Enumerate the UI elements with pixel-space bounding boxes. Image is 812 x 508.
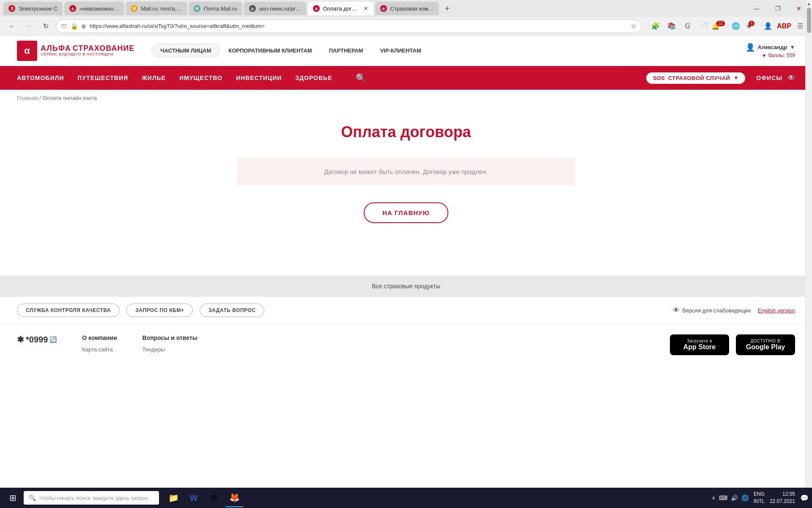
new-tab-button[interactable]: +: [441, 2, 454, 15]
breadcrumb-separator: /: [39, 95, 41, 101]
english-version-link[interactable]: English version: [758, 307, 795, 314]
ask-question-button[interactable]: ЗАДАТЬ ВОПРОС: [200, 304, 264, 317]
scroll-up-arrow[interactable]: ▲: [806, 0, 812, 7]
nav-invest[interactable]: ИНВЕСТИЦИИ: [236, 75, 282, 81]
logo-sub: СЕРВИС БУДУЩЕГО В НАСТОЯЩЕМ: [41, 52, 134, 57]
footer-col-company-title: О компании: [82, 334, 117, 341]
offices-button[interactable]: ОФИСЫ: [756, 75, 782, 81]
header-right: 👤 Александр ▼ ✦ баллы: 559: [746, 43, 795, 59]
tab-2[interactable]: а «невозможно…: [64, 2, 124, 15]
scroll-thumb[interactable]: [807, 8, 811, 33]
tab-2-label: «невозможно…: [80, 6, 119, 12]
sos-button[interactable]: SOS СТРАХОВОЙ СЛУЧАЙ ▼: [645, 72, 746, 85]
tab-6-close[interactable]: ✕: [363, 5, 368, 12]
adblock-icon[interactable]: АВР: [777, 19, 791, 33]
logo[interactable]: α АЛЬФА СТРАХОВАНИЕ СЕРВИС БУДУЩЕГО В НА…: [17, 41, 134, 61]
home-button[interactable]: НА ГЛАВНУЮ: [364, 202, 448, 223]
user-info[interactable]: 👤 Александр ▼: [746, 43, 795, 52]
nav-corporate[interactable]: КОРПОРАТИВНЫМ КЛИЕНТАМ: [220, 44, 320, 57]
tab-7[interactable]: α Страховая ком…: [375, 2, 439, 15]
volume-icon[interactable]: 🔊: [731, 494, 738, 501]
accessibility-icon[interactable]: 👁: [787, 74, 795, 83]
profile-icon[interactable]: 👤: [761, 19, 775, 33]
taskbar-word[interactable]: W: [184, 489, 203, 507]
network-icon[interactable]: 🌐: [741, 494, 749, 501]
addon-icon[interactable]: ★6: [745, 19, 759, 33]
points-icon: ✦: [762, 52, 767, 59]
vpn-icon[interactable]: 🌐: [729, 19, 743, 33]
notification-icon[interactable]: 🔔32: [713, 19, 727, 33]
firefox-icon: 🦊: [229, 492, 240, 502]
toolbar-icons: 🧩 📚 G 📄 🔔32 🌐 ★6 👤 АВР ☰: [649, 19, 807, 33]
nav-private[interactable]: ЧАСТНЫМ ЛИЦАМ: [151, 44, 220, 58]
tab-3[interactable]: М Mail.ru: почта,…: [126, 2, 187, 15]
quality-control-button[interactable]: СЛУЖБА КОНТРОЛЯ КАЧЕСТВА: [17, 304, 120, 317]
tab-5[interactable]: а asn-news.ru/pr…: [244, 2, 306, 15]
star-icon[interactable]: ☆: [631, 22, 636, 30]
nav-travel[interactable]: ПУТЕШЕСТВИЯ: [77, 75, 128, 81]
restore-button[interactable]: ❐: [768, 2, 787, 15]
points-label: баллы:: [768, 52, 785, 58]
app-store-button[interactable]: Загрузите в App Store: [670, 334, 729, 355]
back-button[interactable]: ←: [5, 19, 19, 33]
forward-button[interactable]: →: [22, 19, 36, 33]
start-button[interactable]: ⊞: [3, 489, 22, 507]
tab-1-icon: Э: [8, 5, 15, 12]
nav-auto[interactable]: АВТОМОБИЛИ: [17, 75, 64, 81]
language-code: ENG: [754, 491, 765, 498]
shield-icon: 🛡: [61, 23, 67, 30]
search-icon[interactable]: 🔍: [356, 73, 366, 83]
pdf-icon[interactable]: 📄: [697, 19, 710, 33]
taskbar-settings[interactable]: ⚙: [205, 489, 223, 507]
footer-all-products[interactable]: Все страховые продукты: [372, 283, 440, 290]
google-play-button[interactable]: ДОСТУПНО В Google Play: [736, 334, 795, 355]
clock-date: 22.07.2021: [770, 498, 795, 505]
tab-6-label: Оплата дог…: [323, 6, 357, 12]
footer-col-faq-link-1[interactable]: Тендеры: [143, 346, 198, 353]
vision-label: Версия для слабовидящих: [682, 307, 751, 314]
browser-frame: Э Электронное С а «невозможно… М Mail.ru…: [0, 0, 812, 36]
breadcrumb-home[interactable]: Главная: [17, 95, 38, 101]
app-store-name: App Store: [683, 343, 716, 351]
chevron-up-icon[interactable]: ∧: [712, 495, 716, 501]
app-store-sub: Загрузите в: [687, 339, 712, 343]
tab-3-icon: М: [131, 5, 137, 12]
windows-icon: ⊞: [9, 493, 16, 503]
clock[interactable]: 12:05 22.07.2021: [770, 491, 795, 505]
nav-partners[interactable]: ПАРТНЕРАМ: [321, 44, 372, 57]
nav-vip[interactable]: VIP-КЛИЕНТАМ: [372, 44, 430, 57]
nav-property[interactable]: ИМУЩЕСТВО: [179, 75, 222, 81]
tab-4[interactable]: М Почта Mail.ru: [189, 2, 242, 15]
tab-1[interactable]: Э Электронное С: [3, 2, 63, 15]
minimize-button[interactable]: —: [747, 2, 766, 15]
pocket-icon[interactable]: 📚: [665, 19, 678, 33]
address-box[interactable]: 🛡 🔒 ⊕ https://www.alfastrah.ru/oi/siTsgT…: [56, 19, 642, 33]
page-title: Оплата договора: [17, 123, 795, 141]
language-region: INTL: [754, 498, 765, 505]
main-nav-items: АВТОМОБИЛИ ПУТЕШЕСТВИЯ ЖИЛЬЕ ИМУЩЕСТВО И…: [17, 73, 645, 83]
taskbar-file-explorer[interactable]: 📁: [164, 489, 183, 507]
language-info[interactable]: ENG INTL: [754, 491, 765, 505]
title-bar: Э Электронное С а «невозможно… М Mail.ru…: [0, 0, 812, 17]
tab-5-icon: а: [249, 5, 256, 12]
nav-health[interactable]: ЗДОРОВЬЕ: [295, 75, 332, 81]
footer-col-company-link-1[interactable]: Карта сайта: [82, 346, 117, 353]
phone-icon: 🔄: [49, 336, 57, 343]
keyboard-icon[interactable]: ⌨: [719, 494, 727, 501]
taskbar-search-placeholder: Чтобы начать поиск, введите здесь запрос: [39, 495, 148, 501]
notification-center-icon[interactable]: 💬: [800, 494, 809, 502]
taskbar-firefox[interactable]: 🦊: [225, 489, 244, 507]
user-dropdown-icon[interactable]: ▼: [790, 44, 795, 50]
sys-icons: ∧ ⌨ 🔊 🌐: [712, 494, 749, 501]
scrollbar[interactable]: ▲ ▼: [805, 0, 812, 508]
sync-icon[interactable]: G: [681, 19, 694, 33]
taskbar-search[interactable]: 🔍 Чтобы начать поиск, введите здесь запр…: [24, 491, 159, 505]
extensions-icon[interactable]: 🧩: [649, 19, 662, 33]
address-icon: ⊕: [81, 23, 86, 30]
tab-6[interactable]: α Оплата дог… ✕: [308, 2, 373, 15]
nav-housing[interactable]: ЖИЛЬЕ: [142, 75, 166, 81]
reload-button[interactable]: ↻: [39, 19, 52, 33]
kbm-request-button[interactable]: ЗАПРОС ПО КБМ+: [126, 304, 193, 317]
vision-button[interactable]: 👁 Версия для слабовидящих: [673, 306, 751, 314]
top-header: α АЛЬФА СТРАХОВАНИЕ СЕРВИС БУДУЩЕГО В НА…: [0, 36, 812, 66]
